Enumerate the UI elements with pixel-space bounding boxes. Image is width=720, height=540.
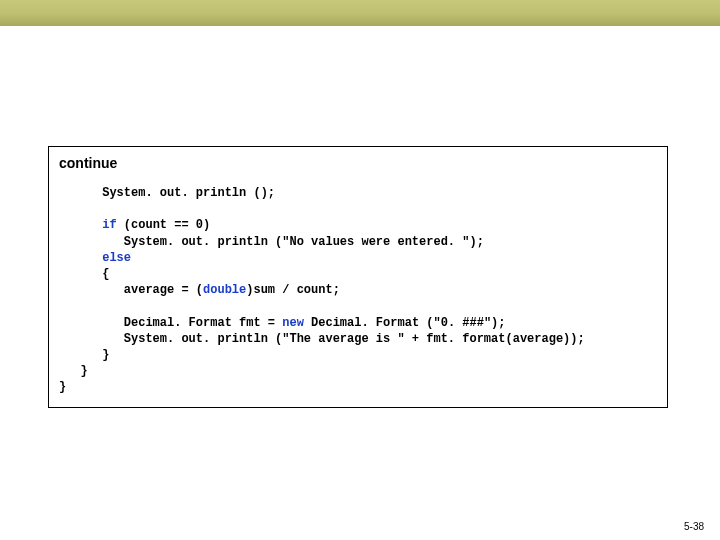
page-number: 5-38 xyxy=(684,521,704,532)
code-line: } xyxy=(59,348,109,362)
code-line: System. out. println ("The average is " … xyxy=(59,332,585,346)
code-line: } xyxy=(59,380,66,394)
code-line xyxy=(59,218,102,232)
code-line: Decimal. Format ("0. ###"); xyxy=(304,316,506,330)
code-panel-title: continue xyxy=(59,155,657,171)
code-line xyxy=(59,251,102,265)
code-line: System. out. println ("No values were en… xyxy=(59,235,484,249)
code-line: System. out. println (); xyxy=(59,186,275,200)
code-line: )sum / count; xyxy=(246,283,340,297)
top-accent-bar xyxy=(0,0,720,26)
code-line: } xyxy=(59,364,88,378)
code-block: System. out. println (); if (count == 0)… xyxy=(59,185,657,395)
keyword-double: double xyxy=(203,283,246,297)
code-panel: continue System. out. println (); if (co… xyxy=(48,146,668,408)
slide-body: continue System. out. println (); if (co… xyxy=(0,26,720,540)
code-line: (count == 0) xyxy=(117,218,211,232)
keyword-new: new xyxy=(282,316,304,330)
code-line: Decimal. Format fmt = xyxy=(59,316,282,330)
keyword-else: else xyxy=(102,251,131,265)
code-line: average = ( xyxy=(59,283,203,297)
code-line: { xyxy=(59,267,109,281)
keyword-if: if xyxy=(102,218,116,232)
